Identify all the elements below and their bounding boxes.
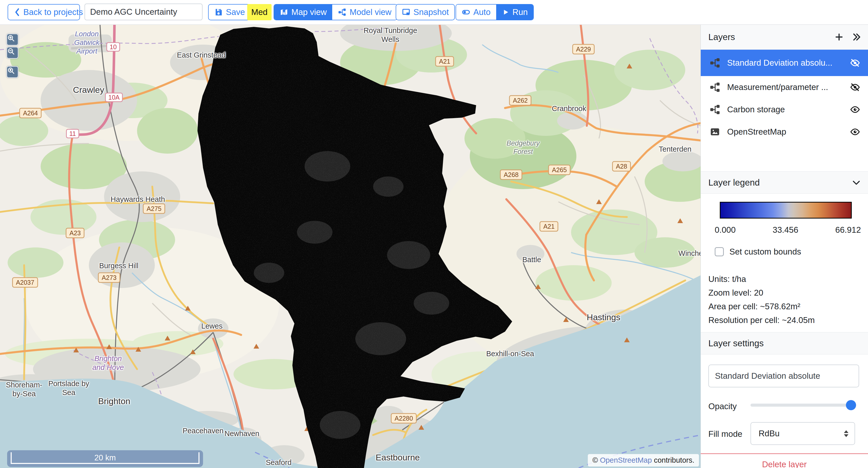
back-to-projects-label: Back to projects [23, 7, 83, 17]
auto-button[interactable]: Auto [456, 5, 496, 20]
fill-mode-value: RdBu [758, 429, 844, 438]
zoom-in-button[interactable] [6, 33, 19, 46]
zoom-to-location-icon [7, 67, 15, 75]
add-layer-button[interactable] [834, 32, 844, 42]
layer-label: Measurement/parameter ... [727, 82, 850, 92]
map-view-button[interactable]: Map view [274, 5, 332, 20]
auto-toggle-icon [462, 8, 470, 16]
save-button[interactable]: Save [208, 4, 251, 20]
zoom-in-icon [7, 34, 15, 42]
plus-icon [834, 32, 844, 42]
layer-label: OpenStreetMap [727, 127, 850, 137]
toolbar: Back to projects Save Med Map view [0, 0, 868, 25]
layer-row-measurement-parameter[interactable]: Measurement/parameter ... [701, 76, 868, 98]
select-arrows-icon [844, 430, 848, 437]
snapshot-icon [402, 8, 410, 16]
layer-row-openstreetmap[interactable]: OpenStreetMap [701, 121, 868, 143]
legend-colorbar [720, 202, 852, 219]
chevron-left-icon [14, 8, 20, 16]
save-icon [214, 8, 223, 16]
opacity-label: Opacity [708, 402, 737, 411]
map-icon [280, 8, 288, 16]
layer-nodes-icon [709, 104, 720, 115]
custom-bounds-checkbox[interactable] [715, 247, 724, 256]
layer-image-icon [709, 126, 720, 137]
auto-run-group: Auto Run [456, 4, 534, 20]
delete-layer-button[interactable]: Delete layer [762, 460, 807, 468]
zoom-out-button[interactable] [6, 47, 19, 59]
layer-visibility-toggle-hidden[interactable] [850, 58, 860, 68]
layer-visibility-toggle-hidden[interactable] [850, 82, 860, 93]
model-view-button[interactable]: Model view [332, 5, 397, 20]
legend-min: 0.000 [715, 225, 736, 235]
layer-name-input[interactable] [708, 365, 859, 388]
layer-nodes-icon [709, 81, 720, 93]
map-view-label: Map view [291, 7, 327, 17]
map-graphics [0, 24, 701, 468]
auto-label: Auto [473, 7, 491, 17]
layer-settings-header: Layer settings [701, 332, 868, 355]
scale-bar: 20 km [7, 450, 203, 467]
layer-row-standard-deviation[interactable]: Standard Deviation absolu... [701, 50, 868, 76]
fill-mode-select[interactable]: RdBu [750, 422, 855, 445]
layer-row-carbon-storage[interactable]: Carbon storage [701, 98, 868, 121]
collapse-panel-button[interactable] [851, 32, 861, 42]
layer-visibility-toggle-visible[interactable] [850, 127, 860, 137]
layer-legend-header[interactable]: Layer legend [701, 171, 868, 194]
custom-bounds-label: Set custom bounds [730, 247, 801, 257]
snapshot-label: Snapshot [413, 7, 449, 17]
delete-layer-row: Delete layer [701, 453, 868, 468]
med-label: Med [251, 7, 268, 17]
layer-label: Carbon storage [727, 105, 850, 114]
layer-visibility-toggle-visible[interactable] [850, 104, 860, 115]
map-attribution: © OpenStreetMap contributors. [588, 454, 699, 466]
layer-nodes-icon [709, 57, 720, 68]
set-custom-bounds-row: Set custom bounds [715, 247, 801, 257]
layer-settings-title: Layer settings [708, 338, 764, 348]
legend-max: 66.912 [835, 225, 861, 235]
chevron-down-icon[interactable] [851, 177, 861, 188]
view-toggle-group: Map view Model view [274, 4, 398, 20]
save-label: Save [226, 7, 245, 17]
application-window: Back to projects Save Med Map view [0, 0, 868, 468]
legend-tick-labels: 0.000 33.456 66.912 [715, 225, 861, 235]
run-button[interactable]: Run [496, 5, 533, 20]
run-play-icon [502, 8, 509, 16]
zoom-out-icon [7, 47, 15, 56]
project-name-input[interactable] [85, 4, 203, 20]
layer-legend-title: Layer legend [708, 177, 760, 188]
resolution-info: Resolution per cell: ~24.05m [708, 315, 815, 325]
layers-sidebar: Layers Standard Deviation absolu... [701, 24, 868, 468]
model-view-label: Model view [349, 7, 391, 17]
openstreetmap-link[interactable]: OpenStreetMap [600, 456, 652, 464]
opacity-slider[interactable] [750, 404, 855, 407]
legend-mid: 33.456 [773, 225, 798, 235]
layers-panel-header: Layers [701, 24, 868, 50]
opacity-slider-thumb[interactable] [846, 400, 856, 410]
med-badge: Med [247, 4, 272, 20]
run-label: Run [513, 7, 528, 17]
attribution-suffix: contributors. [654, 456, 694, 464]
area-info: Area per cell: ~578.62m² [708, 302, 800, 311]
zoom-to-extent-button[interactable] [6, 66, 19, 78]
back-to-projects-button[interactable]: Back to projects [8, 4, 80, 20]
units-info: Units: t/ha [708, 274, 746, 284]
snapshot-button[interactable]: Snapshot [396, 4, 455, 20]
map-canvas[interactable]: LondonGatwickAirportEast GrinsteadRoyal … [0, 24, 701, 468]
layers-title: Layers [708, 32, 735, 42]
layer-label: Standard Deviation absolu... [727, 58, 850, 68]
fill-mode-label: Fill mode [708, 429, 742, 439]
model-nodes-icon [338, 8, 346, 16]
double-chevron-right-icon [851, 32, 861, 42]
scale-bar-label: 20 km [7, 453, 203, 462]
attribution-copyright: © [592, 456, 598, 464]
zoom-level-info: Zoom level: 20 [708, 288, 763, 298]
